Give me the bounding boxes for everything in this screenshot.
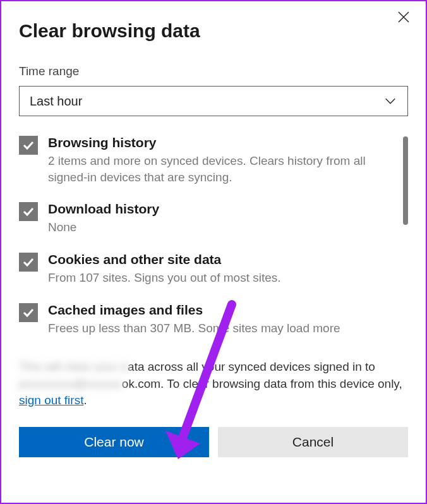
close-icon <box>397 11 410 23</box>
close-button[interactable] <box>394 8 413 27</box>
check-icon <box>22 306 35 319</box>
time-range-selected: Last hour <box>30 94 82 109</box>
checkbox-browsing-history[interactable] <box>19 136 38 155</box>
check-icon <box>22 139 35 152</box>
time-range-label: Time range <box>19 64 408 78</box>
check-icon <box>22 256 35 268</box>
checkbox-cached[interactable] <box>19 303 38 322</box>
option-title: Cookies and other site data <box>48 252 400 267</box>
redacted-text: This will clear your d <box>19 359 128 376</box>
option-desc: None <box>48 219 400 236</box>
redacted-email: pxxxxxxxx@xxxxxx <box>19 376 122 393</box>
option-desc: 2 items and more on synced devices. Clea… <box>48 153 400 185</box>
dialog-title: Clear browsing data <box>19 20 408 42</box>
time-range-select[interactable]: Last hour <box>19 86 408 116</box>
option-desc: From 107 sites. Signs you out of most si… <box>48 270 400 286</box>
option-cached: Cached images and files Frees up less th… <box>19 303 400 337</box>
check-icon <box>22 205 35 218</box>
clear-now-button[interactable]: Clear now <box>19 427 209 457</box>
option-cookies: Cookies and other site data From 107 sit… <box>19 252 400 286</box>
sign-out-link[interactable]: sign out first <box>19 393 83 407</box>
scrollbar[interactable] <box>403 136 408 225</box>
info-text: This will clear your data across all you… <box>19 359 408 409</box>
cancel-button[interactable]: Cancel <box>218 427 408 457</box>
option-title: Browsing history <box>48 135 400 150</box>
checkbox-download-history[interactable] <box>19 202 38 221</box>
option-desc: Frees up less than 307 MB. Some sites ma… <box>48 320 400 337</box>
option-download-history: Download history None <box>19 201 400 236</box>
option-browsing-history: Browsing history 2 items and more on syn… <box>19 135 400 185</box>
checkbox-cookies[interactable] <box>19 253 38 272</box>
option-title: Download history <box>48 201 400 217</box>
option-title: Cached images and files <box>48 303 400 318</box>
options-scroll-area: Browsing history 2 items and more on syn… <box>19 135 408 347</box>
chevron-down-icon <box>383 94 397 108</box>
